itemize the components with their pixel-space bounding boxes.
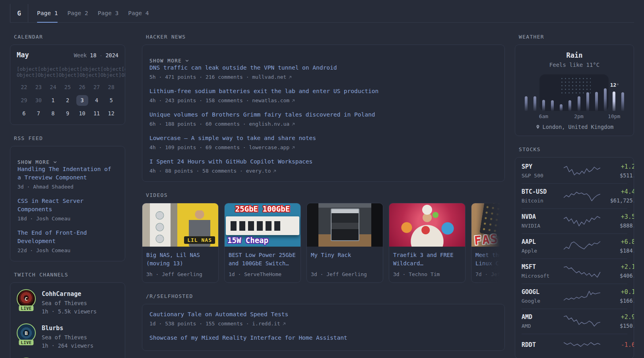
video-card[interactable]: FAS Meet the Linux Clus 7d · Jeff Geerli… [471,203,505,283]
sparkline-path [564,192,600,201]
twitch-channel-row[interactable]: B LIVE Blurbs Sea of Thieves 1h · 264 vi… [17,323,118,349]
app-logo[interactable]: G [10,4,28,22]
stock-sparkline [563,239,601,253]
twitch-viewers: 1h · 264 viewers [42,342,93,349]
page-tab[interactable]: Page 1 [37,4,58,22]
stock-row[interactable]: BTC-USD Bitcoin +4.40% $61,725.48 [522,183,627,208]
thumbnail-text-primary: FAS [474,232,499,247]
page-tab[interactable]: Page 4 [128,4,149,22]
stock-row[interactable]: GOOGL Google +0.10% $166.78 [522,284,627,309]
calendar-day: 8 [47,108,59,119]
hn-article-link[interactable]: Lithium-free sodium batteries exit the l… [149,87,497,95]
videos-row: LIL NAS Big NAS, Lil NAS (moving 13) 3h … [142,203,505,283]
twitch-widget: TWITCH CHANNELS C LIVE CohhCa [10,272,125,358]
hn-item: Unique volumes of Brothers Grimm fairy t… [149,111,497,128]
video-card[interactable]: Traefik 3 and FREE Wildcard… 3d · Techno… [389,203,466,283]
stock-identity: NVDA NVIDIA [522,213,563,229]
twitch-channel-name: Blurbs [42,324,93,332]
calendar-header: May Week 18 · 2024 [17,51,118,59]
weather-bar-column [548,100,557,111]
video-title-link[interactable]: BEST Low Power 25GbE and 100GbE Switch… [229,251,297,268]
stock-row[interactable]: AMD AMD +2.94% $150.45 [522,309,627,334]
videos-widget-label: VIDEOS [146,192,505,198]
top-nav: G Page 1 Page 2 Page 3 Page 4 [10,4,634,23]
twitch-channel-name: CohhCarnage [42,290,97,298]
calendar-day: 5 [105,95,117,106]
hn-article-link[interactable]: DNS traffic can leak outside the VPN tun… [149,64,497,72]
hn-article-meta: 4h · 88 points · 58 comments · every.to [149,167,497,175]
rss-article-meta: 22d · Josh Comeau [17,247,118,254]
weekday-label: [object Object] [121,66,125,78]
weather-bar [560,104,563,111]
calendar-day: 11 [91,108,103,119]
hn-article-meta: 4h · 109 points · 69 comments · lowercas… [149,144,497,151]
rss-article-meta: 18d · Josh Comeau [17,215,118,222]
rss-article-link[interactable]: Handling The Indentation of a Treeview C… [17,165,118,182]
chevron-down-icon [52,160,58,165]
stocks-widget-label: STOCKS [519,146,634,152]
rss-article-link[interactable]: The End of Front-End Development [17,229,118,245]
video-card[interactable]: LIL NAS Big NAS, Lil NAS (moving 13) 3h … [142,203,219,283]
weather-bar [586,92,589,111]
video-meta: 3d · Jeff Geerling [311,271,379,277]
weekday-label: [object Object] [17,66,38,78]
hn-article-link[interactable]: Lowercase – A simple way to take and sha… [149,134,497,142]
video-meta: 3d · Techno Tim [393,271,461,277]
stock-values: +2.94% $150.45 [601,313,634,329]
columns: CALENDAR May Week 18 · 2024 [object Obje… [0,34,644,358]
video-card[interactable]: 25GbE 100GbE 15W Cheap BEST Low Power 25… [224,203,301,283]
stock-price: $406.43 [601,272,634,279]
twitch-card: C LIVE CohhCarnage Sea of Thieves 1h · 5… [10,282,125,358]
rss-item: CSS in React Server Components 18d · Jos… [17,197,118,222]
video-card[interactable]: My Tiny Rack 3d · Jeff Geerling [306,203,383,283]
hn-item: Lithium-free sodium batteries exit the l… [149,87,497,104]
stock-row[interactable]: NVDA NVIDIA +3.52% $888.40 [522,208,627,233]
video-title-link[interactable]: My Tiny Rack [311,251,379,268]
weather-bar-column [557,104,566,111]
stock-row[interactable]: AAPL Apple +6.87% $184.91 [522,233,627,259]
rss-meta-text: 18d · Josh Comeau [17,215,70,222]
reddit-post-link[interactable]: Cautionary Tale on Automated Speed Tests [149,310,497,319]
hn-meta-text: 4h · 243 points · 158 comments · newatla… [149,97,289,104]
reddit-post-link[interactable]: Showcase of my Mixed Reality Interface f… [149,334,497,342]
calendar-day: 26 [76,82,88,93]
stock-sparkline-wrap [563,339,601,353]
reddit-meta-text: 1d · 538 points · 155 comments · i.redd.… [149,320,280,327]
rss-widget-label: RSS FEED [14,135,125,141]
hn-meta-text: 5h · 471 points · 216 comments · mullvad… [149,74,286,81]
rss-show-more-button[interactable]: SHOW MORE [17,159,58,165]
live-badge: LIVE [19,305,33,311]
video-title-link[interactable]: Traefik 3 and FREE Wildcard… [393,251,461,268]
hn-article-link[interactable]: I Spent 24 Hours with GitHub Copilot Wor… [149,158,497,166]
weather-bar [525,96,528,111]
calendar-week-number: 18 [90,52,96,58]
stock-change: +0.10% [601,288,634,296]
reddit-post-meta: 1d · 538 points · 155 comments · i.redd.… [149,320,497,327]
stock-symbol: RDDT [522,341,563,349]
calendar-day: 22 [18,82,30,93]
hn-show-more-button[interactable]: SHOW MORE [149,58,190,64]
weather-bar [613,91,615,111]
stock-change: +6.87% [601,238,634,246]
video-title-link[interactable]: Big NAS, Lil NAS (moving 13) [146,251,214,268]
stock-values: +1.29% $511.57 [601,163,634,179]
stock-sparkline-wrap [563,314,601,329]
sparkline-path [564,166,600,175]
twitch-viewers: 1h · 5.5k viewers [42,308,97,315]
rss-article-meta: 3d · Ahmad Shadeed [17,183,118,191]
stock-row[interactable]: MSFT Microsoft +2.16% $406.43 [522,259,627,284]
twitch-channel-row[interactable]: C LIVE CohhCarnage Sea of Thieves 1h · 5… [17,289,118,315]
hn-article-link[interactable]: Unique volumes of Brothers Grimm fairy t… [149,111,497,119]
stock-row[interactable]: SPY S&P 500 +1.29% $511.57 [522,159,627,183]
page-tab[interactable]: Page 2 [67,4,88,22]
video-title-link[interactable]: Meet the Linux Clus [475,251,505,268]
rss-article-link[interactable]: CSS in React Server Components [17,197,118,214]
rss-widget: RSS FEED SHOW MORE Handling The Indentat… [10,135,125,261]
stock-values: +0.10% $166.78 [601,288,634,304]
page-tab[interactable]: Page 3 [98,4,118,22]
show-more-label: SHOW MORE [149,58,182,64]
weather-condition: Rain [522,51,627,59]
calendar-weekday-row: [object Object][object Object][object Ob… [17,66,118,78]
stock-row[interactable]: RDDT -1.65% [522,334,627,357]
stock-identity: RDDT [522,341,563,350]
